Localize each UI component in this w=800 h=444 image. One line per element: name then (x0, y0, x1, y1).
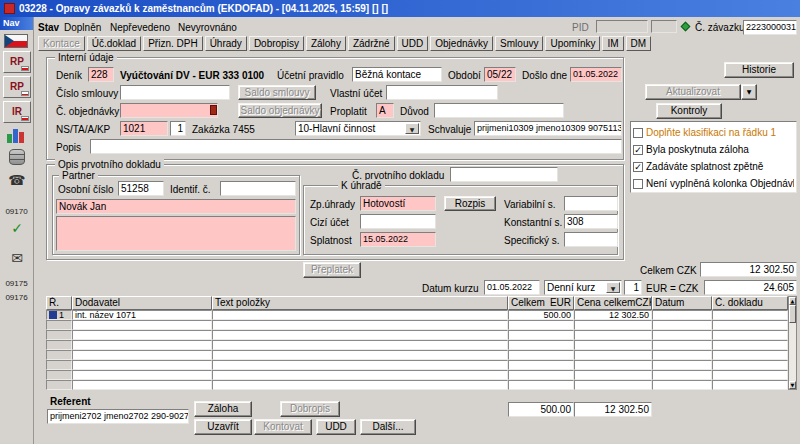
cell-cena-celkem[interactable] (574, 340, 652, 350)
cell-cena-celkem[interactable] (574, 350, 652, 360)
cell-text-polozky[interactable] (212, 330, 508, 340)
datum-kurzu-field[interactable]: 01.05.2022 (484, 280, 540, 295)
tab-uc-doklad[interactable]: Úč.doklad (87, 36, 141, 51)
sps-icon[interactable] (7, 127, 24, 143)
cell-cena-celkem[interactable] (574, 360, 652, 370)
historie-button[interactable]: Historie (724, 62, 794, 78)
column-header-radek[interactable]: Ř. (46, 296, 72, 310)
tab-udd[interactable]: UDD (397, 36, 429, 51)
cell-c-dokladu[interactable] (712, 330, 788, 340)
schvaluje-field[interactable]: prijmeni10309 jmeno10309 9075113 (474, 121, 622, 136)
kurz-field[interactable]: 24.605 (704, 280, 797, 295)
cell-dodavatel[interactable] (72, 370, 212, 380)
kontroly-button[interactable]: Kontroly (656, 103, 722, 119)
scroll-down-button[interactable]: ▼ (789, 381, 796, 389)
table-row[interactable] (46, 370, 788, 380)
column-header-dodavatel[interactable]: Dodavatel (72, 296, 212, 310)
osobni-cislo-field[interactable]: 51258 (118, 181, 164, 196)
cell-c-dokladu[interactable] (712, 310, 788, 320)
checkbox[interactable]: ✓ (633, 145, 643, 155)
doslo-dne-field[interactable]: 01.05.2022 (570, 67, 622, 82)
cell-c-dokladu[interactable] (712, 370, 788, 380)
chevron-down-icon[interactable]: ▼ (405, 123, 419, 134)
cell-datum[interactable] (652, 360, 712, 370)
dalsi-button[interactable]: Další... (360, 419, 416, 435)
cell-celkem-eur[interactable] (508, 320, 574, 330)
cell-celkem-eur[interactable] (508, 380, 574, 390)
cell-datum[interactable] (652, 380, 712, 390)
cell-text-polozky[interactable] (212, 350, 508, 360)
kurz-qty-field[interactable]: 1 (624, 280, 642, 295)
checklist-item[interactable]: ✓Zadáváte splatnost zpětně (633, 158, 794, 175)
rozpis-button[interactable]: Rozpis (444, 196, 496, 211)
popis-field[interactable] (90, 139, 622, 154)
cell-celkem-eur[interactable] (508, 370, 574, 380)
cell-celkem-eur[interactable] (508, 340, 574, 350)
cislo-smlouvy-field[interactable] (120, 85, 230, 100)
denik-field[interactable]: 228 (88, 67, 114, 82)
cell-text-polozky[interactable] (212, 380, 508, 390)
rp-module-button-2[interactable]: RP (3, 76, 31, 98)
phone-icon[interactable]: ☎ (7, 171, 27, 189)
variabilni-field[interactable] (564, 196, 618, 211)
cell-text-polozky[interactable] (212, 340, 508, 350)
cell-datum[interactable] (652, 320, 712, 330)
table-row[interactable] (46, 320, 788, 330)
cell-dodavatel[interactable] (72, 380, 212, 390)
tab-im[interactable]: IM (602, 36, 623, 51)
column-header-datum[interactable]: Datum (652, 296, 712, 310)
obdobi-field[interactable]: 05/22 (484, 67, 516, 82)
barrel-icon[interactable] (9, 149, 25, 165)
cell-datum[interactable] (652, 370, 712, 380)
tab-uhrady[interactable]: Úhrady (205, 36, 247, 51)
cell-text-polozky[interactable] (212, 370, 508, 380)
vlastni-ucet-field[interactable] (386, 85, 498, 100)
cell-c-dokladu[interactable] (712, 360, 788, 370)
ns-field[interactable]: 1021 (120, 121, 168, 136)
tab-objednavky[interactable]: Objednávky (430, 36, 493, 51)
proplatit-field[interactable]: A (376, 103, 394, 118)
ns-order-field[interactable]: 1 (170, 121, 186, 136)
zaloha-button[interactable]: Záloha (194, 401, 252, 417)
cell-celkem-eur[interactable] (508, 350, 574, 360)
cell-celkem-eur[interactable] (508, 330, 574, 340)
cell-cena-celkem[interactable] (574, 370, 652, 380)
cell-dodavatel[interactable] (72, 340, 212, 350)
cell-radek[interactable] (46, 330, 72, 340)
splatnost-field[interactable]: 15.05.2022 (360, 232, 436, 247)
table-row[interactable] (46, 360, 788, 370)
cell-dodavatel[interactable] (72, 320, 212, 330)
tab-prizn-dph[interactable]: Přizn. DPH (143, 36, 202, 51)
cell-c-dokladu[interactable] (712, 320, 788, 330)
identif-field[interactable] (220, 181, 296, 196)
cell-text-polozky[interactable] (212, 320, 508, 330)
column-header-c-dokladu[interactable]: Č. dokladu (712, 296, 788, 310)
udd-button[interactable]: UDD (316, 419, 356, 435)
konstantni-field[interactable]: 308 (564, 214, 618, 229)
table-scrollbar[interactable]: ▲ ▼ (788, 296, 797, 390)
cell-cena-celkem[interactable]: 12 302.50 (574, 310, 652, 320)
column-header-celkem-eur[interactable]: CelkemEUR (508, 296, 574, 310)
cell-text-polozky[interactable] (212, 310, 508, 320)
cell-radek[interactable] (46, 340, 72, 350)
table-row[interactable] (46, 330, 788, 340)
checklist-item[interactable]: Není vyplněná kolonka Objednávka a/nebo (633, 175, 794, 192)
tab-upominky[interactable]: Upomínky (545, 36, 600, 51)
checkbox[interactable] (633, 128, 643, 138)
checkbox[interactable]: ✓ (633, 162, 643, 172)
checklist-item[interactable]: Doplňte klasifikaci na řádku 1 (633, 124, 794, 141)
cell-datum[interactable] (652, 340, 712, 350)
cell-celkem-eur[interactable]: 500.00 (508, 310, 574, 320)
zp-uhrady-field[interactable]: Hotovostí (360, 196, 436, 211)
checklist-item[interactable]: ✓Byla poskytnuta záloha (633, 141, 794, 158)
kurz-typ-select[interactable]: Denní kurz ▼ (544, 280, 622, 295)
app-icon[interactable] (4, 3, 15, 14)
scroll-up-button[interactable]: ▲ (789, 297, 796, 305)
tab-zadrzne[interactable]: Zádržné (348, 36, 395, 51)
nav-panel-header[interactable]: Nav (0, 17, 33, 30)
cell-radek[interactable] (46, 350, 72, 360)
rp-module-button[interactable]: RP (3, 51, 31, 73)
cell-c-dokladu[interactable] (712, 340, 788, 350)
checkbox[interactable] (633, 179, 643, 189)
cell-cena-celkem[interactable] (574, 380, 652, 390)
